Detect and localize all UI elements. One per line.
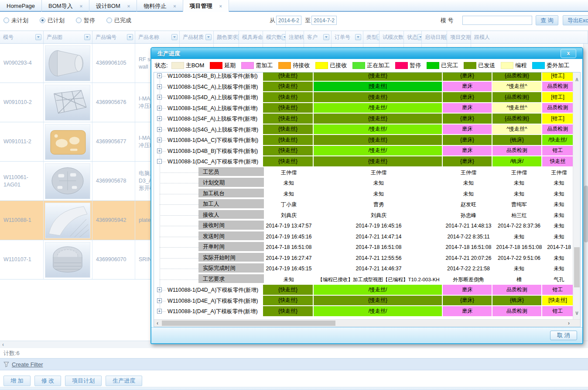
- expand-toggle-icon[interactable]: +: [157, 148, 162, 153]
- process-step-cell[interactable]: |慢走丝|: [314, 82, 442, 92]
- column-header-类型[interactable]: 类型: [363, 31, 379, 43]
- mold-no-input[interactable]: [462, 16, 532, 25]
- scroll-right-icon[interactable]: ›: [568, 320, 570, 326]
- filter-dropdown-icon[interactable]: [282, 34, 286, 40]
- process-step-cell[interactable]: {慢走丝}: [314, 156, 442, 166]
- column-header-启动日期[interactable]: 启动日期: [422, 31, 447, 43]
- process-step-cell[interactable]: 磨床: [443, 124, 492, 135]
- tree-row[interactable]: +W110088-1(S4C_A)上脱板零件(新增){快走丝}|慢走丝|磨床^慢…: [154, 82, 573, 93]
- filter-dropdown-icon[interactable]: [35, 34, 41, 40]
- tab-BOM导入[interactable]: BOM导入×: [42, 0, 89, 12]
- process-step-cell[interactable]: ^慢走丝^: [492, 82, 541, 92]
- process-step-cell[interactable]: /慢走丝/: [314, 124, 442, 135]
- column-header-注塑机[interactable]: 注塑机: [286, 31, 304, 43]
- process-step-cell[interactable]: 快走丝: [542, 156, 573, 166]
- process-step-cell[interactable]: 品质检测: [492, 306, 541, 316]
- tree-node[interactable]: +W110088-1(D4D_A)下模板零件(新增): [154, 285, 263, 296]
- expand-toggle-icon[interactable]: +: [157, 138, 162, 142]
- radio-未计划[interactable]: 未计划: [3, 17, 28, 24]
- tree-row[interactable]: +W110088-1(S4B_B)上脱板零件(新制){快走丝}{慢走丝}{磨床}…: [154, 72, 573, 82]
- process-step-cell[interactable]: {快走丝}: [263, 135, 313, 145]
- filter-dropdown-icon[interactable]: [355, 34, 361, 40]
- process-step-cell[interactable]: {磨床}: [443, 92, 492, 102]
- column-header-试模次数[interactable]: 试模次数: [379, 31, 404, 43]
- filter-dropdown-icon[interactable]: [323, 34, 329, 40]
- process-step-cell[interactable]: {快走丝}: [263, 103, 313, 113]
- tree-node[interactable]: +W110088-1(D4F_A)下模板零件(新增): [154, 306, 263, 317]
- tree-node[interactable]: +W110088-1(S4B_B)上脱板零件(新制): [154, 72, 263, 82]
- action-button-项目计划[interactable]: 项目计划: [65, 376, 102, 386]
- tree-node[interactable]: +W110088-1(S4D_A)上脱板零件(新增): [154, 92, 263, 103]
- tab-HomePage[interactable]: HomePage: [0, 0, 42, 12]
- process-step-cell[interactable]: /慢走丝/: [314, 285, 442, 295]
- filter-dropdown-icon[interactable]: [171, 34, 178, 40]
- dialog-vertical-scrollbar[interactable]: ∧ ∨: [573, 72, 580, 320]
- process-step-cell[interactable]: {磨床}: [443, 296, 492, 306]
- process-step-cell[interactable]: {品质检测}: [492, 72, 541, 81]
- column-header-产品编号[interactable]: 产品编号: [92, 31, 135, 43]
- create-filter-link[interactable]: Create Filter: [12, 361, 43, 368]
- radio-已计划[interactable]: 已计划: [40, 17, 65, 24]
- action-button-修改[interactable]: 修 改: [34, 376, 62, 386]
- main-vertical-scrollbar[interactable]: [583, 44, 588, 341]
- filter-dropdown-icon[interactable]: [127, 34, 133, 40]
- expand-toggle-icon[interactable]: +: [157, 287, 162, 292]
- tab-物料停止[interactable]: 物料停止×: [137, 0, 183, 12]
- tree-node[interactable]: +W110088-1(D4A_C)下模板零件(新制): [154, 135, 263, 146]
- process-step-cell[interactable]: {快走丝}: [263, 156, 313, 166]
- tab-close-icon[interactable]: ×: [219, 3, 222, 9]
- column-header-订单号[interactable]: 订单号: [332, 31, 363, 43]
- cancel-button[interactable]: 取 消: [550, 331, 577, 340]
- process-step-cell[interactable]: 品质检测: [542, 82, 573, 92]
- tree-node[interactable]: -W110088-1(D4C_A)下模板零件(新增): [154, 156, 263, 167]
- process-step-cell[interactable]: {品质检测}: [492, 114, 541, 124]
- filter-dropdown-icon[interactable]: [84, 34, 90, 40]
- process-step-cell[interactable]: [钳工]: [542, 92, 573, 102]
- collapse-toggle-icon[interactable]: -: [157, 159, 162, 164]
- dialog-horizontal-scrollbar[interactable]: ‹ ›: [154, 319, 580, 327]
- column-header-产品名称[interactable]: 产品名称: [135, 31, 180, 43]
- expand-toggle-icon[interactable]: +: [157, 116, 162, 121]
- process-step-cell[interactable]: {快走丝}: [263, 72, 313, 81]
- scrollbar-thumb[interactable]: [162, 321, 335, 326]
- column-header-客户[interactable]: 客户: [304, 31, 332, 43]
- column-header-跟模人[interactable]: 跟模人: [471, 31, 588, 43]
- dialog-title-bar[interactable]: 生产进度 x: [151, 48, 582, 59]
- process-step-cell[interactable]: 磨床: [443, 285, 492, 295]
- date-from-input[interactable]: [276, 16, 301, 25]
- process-step-cell[interactable]: {快走丝}: [263, 124, 313, 135]
- expand-toggle-icon[interactable]: +: [157, 309, 162, 314]
- process-step-cell[interactable]: {快走丝}: [263, 296, 313, 306]
- expand-toggle-icon[interactable]: +: [157, 298, 162, 303]
- process-step-cell[interactable]: {快走丝}: [263, 114, 313, 124]
- scroll-down-icon[interactable]: ∨: [573, 310, 581, 316]
- action-button-生产进度[interactable]: 生产进度: [106, 376, 142, 386]
- process-step-cell[interactable]: 品质检测: [492, 285, 541, 295]
- action-button-增加[interactable]: 增 加: [3, 376, 31, 386]
- expand-toggle-icon[interactable]: +: [157, 84, 162, 89]
- process-step-cell[interactable]: {快走丝}: [263, 306, 313, 316]
- process-step-cell[interactable]: 钳工: [542, 306, 573, 316]
- tree-node[interactable]: +W110088-1(S4G_A)上脱板零件(新增): [154, 124, 263, 135]
- process-step-cell[interactable]: {快走丝}: [263, 82, 313, 92]
- export-excel-button[interactable]: 导出Excel: [563, 15, 588, 25]
- tree-row[interactable]: +W110088-1(D4A_C)下模板零件(新制){快走丝}{慢走丝}{磨床}…: [154, 135, 573, 146]
- process-step-cell[interactable]: 钳工: [542, 285, 573, 295]
- tree-row[interactable]: +W110088-1(D4E_A)下模板零件(新增){快走丝}{慢走丝}{磨床}…: [154, 296, 573, 307]
- process-step-cell[interactable]: {磨床}: [443, 135, 492, 145]
- process-step-cell[interactable]: {磨床}: [443, 114, 492, 124]
- process-step-cell[interactable]: {铣床}: [492, 296, 541, 306]
- expand-toggle-icon[interactable]: +: [157, 95, 162, 100]
- column-header-产品图[interactable]: 产品图: [44, 31, 92, 43]
- scroll-left-icon[interactable]: ‹: [2, 342, 4, 348]
- process-step-cell[interactable]: 磨床: [443, 146, 492, 156]
- process-step-cell[interactable]: 磨床: [443, 103, 492, 113]
- process-step-cell[interactable]: 钳工: [542, 146, 573, 156]
- scrollbar-thumb[interactable]: [584, 186, 588, 242]
- process-step-cell[interactable]: [钳工]: [542, 114, 573, 124]
- process-step-cell[interactable]: /慢走丝/: [314, 306, 442, 316]
- process-step-cell[interactable]: 品质检测: [542, 103, 573, 113]
- column-header-模具寿命[interactable]: 模具寿命: [239, 31, 263, 43]
- tree-node[interactable]: +W110088-1(S4C_A)上脱板零件(新增): [154, 82, 263, 93]
- column-header-状态[interactable]: 状态: [404, 31, 422, 43]
